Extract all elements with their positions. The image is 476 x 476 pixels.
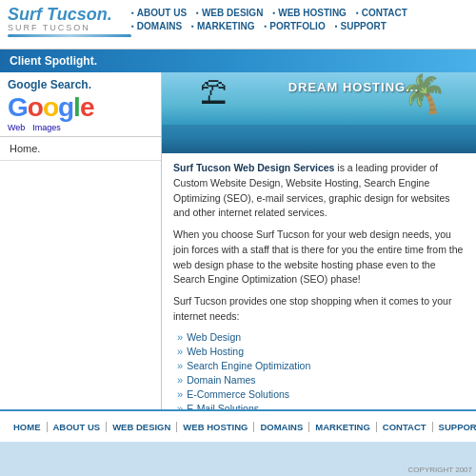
nav-row-2: DOMAINS MARKETING PORTFOLIO SUPPORT xyxy=(131,21,468,31)
logo-text: Surf Tucson. xyxy=(8,6,131,23)
google-links: Web Images xyxy=(8,123,153,132)
copyright-text: COPYRIGHT 2007 xyxy=(408,466,472,474)
hero-pool xyxy=(162,125,476,153)
footer-nav-item-web-hosting[interactable]: WEB HOSTING xyxy=(177,422,254,432)
header: Surf Tucson. SURF TUCSON ABOUT US WEB DE… xyxy=(0,0,476,50)
sidebar: Google Search. Google Web Images Home. xyxy=(0,72,162,409)
service-item: Web Hosting xyxy=(177,346,465,357)
second-paragraph: When you choose Surf Tucson for your web… xyxy=(173,228,465,288)
service-item: Search Engine Optimization xyxy=(177,360,465,371)
footer-nav-item-domains[interactable]: DOMAINS xyxy=(254,422,309,432)
google-logo: Google xyxy=(8,94,153,121)
services-list: Web DesignWeb HostingSearch Engine Optim… xyxy=(173,331,465,410)
service-item: E-Commerce Solutions xyxy=(177,388,465,400)
nav-domains[interactable]: DOMAINS xyxy=(131,21,182,31)
google-g2: g xyxy=(58,94,73,121)
logo-tagline: SURF TUCSON xyxy=(8,23,131,32)
intro-paragraph: Surf Tucson Web Design Services is a lea… xyxy=(173,161,465,221)
sidebar-google: Google Search. Google Web Images xyxy=(0,72,161,137)
service-item: E-Mail Solutions xyxy=(177,403,465,410)
nav-marketing[interactable]: MARKETING xyxy=(191,21,254,31)
footer-nav-item-marketing[interactable]: MARKETING xyxy=(309,422,377,432)
hero-image: ⛱ 🌴 DREAM HOSTING... xyxy=(162,72,476,153)
google-search-title: Google Search. xyxy=(8,78,153,91)
nav-row-1: ABOUT US WEB DESIGN WEB HOSTING CONTACT xyxy=(131,8,468,18)
main-text-area: Surf Tucson Web Design Services is a lea… xyxy=(162,153,476,409)
logo-wave xyxy=(8,34,131,37)
service-item: Web Design xyxy=(177,331,465,343)
third-paragraph: Surf Tucson provides one stop shopping w… xyxy=(173,294,465,325)
google-g: G xyxy=(8,94,28,121)
subheader-bar: Client Spotlight. xyxy=(0,50,476,72)
google-o2: o xyxy=(43,94,58,121)
google-l: l xyxy=(73,94,80,121)
nav-web-hosting[interactable]: WEB HOSTING xyxy=(272,8,347,18)
footer-nav-item-contact[interactable]: CONTACT xyxy=(377,422,433,432)
nav-contact[interactable]: CONTACT xyxy=(356,8,407,18)
footer-nav-item-web-design[interactable]: WEB DESIGN xyxy=(107,422,177,432)
footer-nav-item-about-us[interactable]: ABOUT US xyxy=(48,422,108,432)
footer-nav-item-home[interactable]: HOME xyxy=(8,422,48,432)
google-o1: o xyxy=(28,94,43,121)
subheader-label: Client Spotlight. xyxy=(10,54,97,68)
google-web-link[interactable]: Web xyxy=(8,123,25,132)
logo-area: Surf Tucson. SURF TUCSON xyxy=(8,6,131,37)
google-images-link[interactable]: Images xyxy=(32,123,61,132)
nav-support[interactable]: SUPPORT xyxy=(335,21,387,31)
google-e: e xyxy=(80,94,94,121)
main-content: ⛱ 🌴 DREAM HOSTING... Surf Tucson Web Des… xyxy=(162,72,476,409)
nav-portfolio[interactable]: PORTFOLIO xyxy=(264,21,325,31)
service-item: Domain Names xyxy=(177,374,465,386)
content-wrapper: Google Search. Google Web Images Home. ⛱… xyxy=(0,72,476,409)
nav-web-design[interactable]: WEB DESIGN xyxy=(196,8,263,18)
nav-area: ABOUT US WEB DESIGN WEB HOSTING CONTACT … xyxy=(131,6,468,31)
nav-about-us[interactable]: ABOUT US xyxy=(131,8,187,18)
hero-text: DREAM HOSTING... xyxy=(288,80,419,94)
home-breadcrumb[interactable]: Home. xyxy=(0,137,161,161)
footer: HOMEABOUT USWEB DESIGNWEB HOSTINGDOMAINS… xyxy=(0,409,476,442)
hero-umbrella-icon: ⛱ xyxy=(200,77,227,109)
footer-nav-item-support[interactable]: SUPPORT xyxy=(433,422,476,432)
company-name-bold: Surf Tucson Web Design Services xyxy=(173,162,334,173)
